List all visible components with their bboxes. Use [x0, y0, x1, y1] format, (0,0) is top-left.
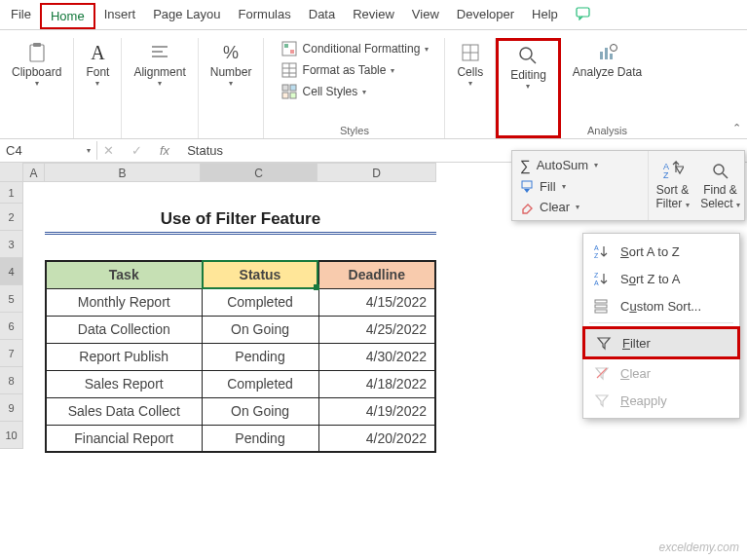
group-font: A Font▾ [74, 38, 122, 138]
font-button[interactable]: A Font▾ [80, 38, 115, 92]
svg-text:Z: Z [594, 272, 599, 279]
select-all-cell[interactable] [0, 163, 23, 182]
cancel-icon[interactable]: ✕ [103, 143, 114, 158]
find-select-button[interactable]: Find & Select ▾ [696, 151, 744, 220]
clipboard-icon [26, 42, 48, 63]
header-deadline[interactable]: Deadline [318, 261, 435, 288]
editing-dropdown: ∑AutoSum ▾ Fill ▾ Clear ▾ AZ Sort & Filt… [511, 150, 745, 221]
clear-filter-icon [593, 364, 611, 382]
svg-text:A: A [594, 280, 599, 286]
row-header[interactable]: 3 [0, 231, 23, 258]
svg-rect-13 [282, 85, 288, 91]
fx-icon[interactable]: fx [160, 143, 169, 158]
row-header[interactable]: 1 [0, 182, 23, 204]
col-header-b[interactable]: B [45, 163, 201, 182]
reapply-icon [593, 392, 611, 409]
cell-styles-button[interactable]: Cell Styles ▾ [280, 83, 430, 100]
col-header-d[interactable]: D [317, 163, 436, 182]
svg-rect-23 [605, 48, 608, 59]
sort-asc-icon: AZ [593, 243, 611, 260]
table-row[interactable]: Data CollectionOn Going4/25/2022 [46, 316, 435, 343]
reapply-filter: Reapply [583, 387, 739, 414]
row-header[interactable]: 10 [0, 422, 23, 449]
analyze-icon [597, 42, 618, 63]
comments-icon[interactable] [567, 3, 600, 29]
svg-line-21 [531, 58, 536, 63]
fill-down-icon [520, 180, 534, 194]
enter-icon[interactable]: ✓ [131, 143, 142, 158]
group-analysis: Analyze Data Analysis [561, 38, 654, 138]
svg-text:A: A [594, 244, 599, 251]
conditional-formatting-button[interactable]: Conditional Formatting ▾ [280, 40, 430, 57]
table-row[interactable]: Monthly ReportCompleted4/15/2022 [46, 288, 435, 316]
svg-rect-26 [522, 181, 532, 188]
svg-rect-14 [290, 85, 296, 91]
col-header-a[interactable]: A [23, 163, 45, 182]
svg-point-20 [520, 48, 532, 59]
tab-help[interactable]: Help [523, 3, 567, 29]
sort-desc-icon: ZA [593, 270, 611, 287]
percent-icon: % [220, 42, 242, 63]
alignment-icon [149, 42, 170, 63]
table-row[interactable]: Financial ReportPending4/20/2022 [46, 425, 435, 452]
fill-button[interactable]: Fill ▾ [520, 179, 640, 194]
svg-rect-35 [595, 300, 607, 303]
cell-styles-icon [280, 83, 298, 100]
editing-button[interactable]: Editing▾ [504, 41, 552, 94]
row-header[interactable]: 6 [0, 313, 23, 340]
tab-developer[interactable]: Developer [448, 3, 523, 29]
formula-value[interactable]: Status [187, 143, 223, 158]
name-box[interactable]: C4▾ [0, 141, 97, 160]
alignment-button[interactable]: Alignment▾ [128, 38, 191, 92]
svg-line-38 [597, 368, 607, 378]
sort-filter-button[interactable]: AZ Sort & Filter ▾ [649, 151, 696, 220]
clipboard-button[interactable]: Clipboard▾ [6, 38, 67, 92]
svg-rect-2 [33, 43, 41, 47]
chevron-down-icon: ▾ [87, 146, 91, 155]
table-row[interactable]: Sales ReportCompleted4/18/2022 [46, 370, 435, 397]
clear-filter: Clear [583, 359, 739, 387]
tab-formulas[interactable]: Formulas [230, 3, 300, 29]
row-header[interactable]: 2 [0, 204, 23, 231]
svg-rect-22 [600, 52, 603, 59]
ribbon-tabs: File Home Insert Page Layou Formulas Dat… [0, 0, 747, 30]
header-status[interactable]: Status [202, 261, 318, 288]
row-header[interactable]: 9 [0, 394, 23, 422]
row-header[interactable]: 7 [0, 340, 23, 367]
tab-page-layout[interactable]: Page Layou [144, 3, 229, 29]
clear-button[interactable]: Clear ▾ [520, 200, 640, 214]
analyze-data-button[interactable]: Analyze Data [567, 38, 648, 83]
svg-rect-37 [595, 310, 607, 313]
tab-view[interactable]: View [403, 3, 448, 29]
tab-review[interactable]: Review [344, 3, 403, 29]
tab-insert[interactable]: Insert [95, 3, 145, 29]
custom-sort-icon [593, 297, 611, 315]
group-styles: Conditional Formatting ▾ Format as Table… [264, 38, 445, 138]
filter-item[interactable]: Filter [582, 326, 740, 359]
cells-button[interactable]: Cells▾ [451, 38, 489, 92]
custom-sort[interactable]: Custom Sort... [583, 292, 739, 319]
svg-rect-15 [282, 93, 288, 98]
svg-rect-1 [30, 45, 44, 61]
autosum-button[interactable]: ∑AutoSum ▾ [520, 157, 640, 173]
row-header[interactable]: 8 [0, 367, 23, 394]
row-header[interactable]: 4 [0, 258, 23, 285]
tab-home[interactable]: Home [40, 3, 95, 29]
eraser-icon [520, 201, 534, 214]
tab-data[interactable]: Data [300, 3, 344, 29]
filter-icon [595, 334, 613, 352]
sort-a-to-z[interactable]: AZSort A to Z [583, 238, 739, 265]
sort-z-to-a[interactable]: ZASort Z to A [583, 265, 739, 292]
header-task[interactable]: Task [46, 261, 202, 288]
number-button[interactable]: % Number▾ [205, 38, 258, 92]
collapse-ribbon-icon[interactable]: ⌃ [732, 122, 741, 134]
row-header[interactable]: 5 [0, 285, 23, 313]
tab-file[interactable]: File [2, 3, 40, 29]
svg-rect-16 [290, 93, 296, 98]
cond-fmt-icon [280, 40, 298, 57]
col-header-c[interactable]: C [201, 163, 317, 182]
table-row[interactable]: Sales Data CollectOn Going4/19/2022 [46, 397, 435, 425]
table-row[interactable]: Report PublishPending4/30/2022 [46, 343, 435, 370]
sort-filter-icon: AZ [662, 161, 684, 182]
format-as-table-button[interactable]: Format as Table ▾ [280, 61, 430, 79]
